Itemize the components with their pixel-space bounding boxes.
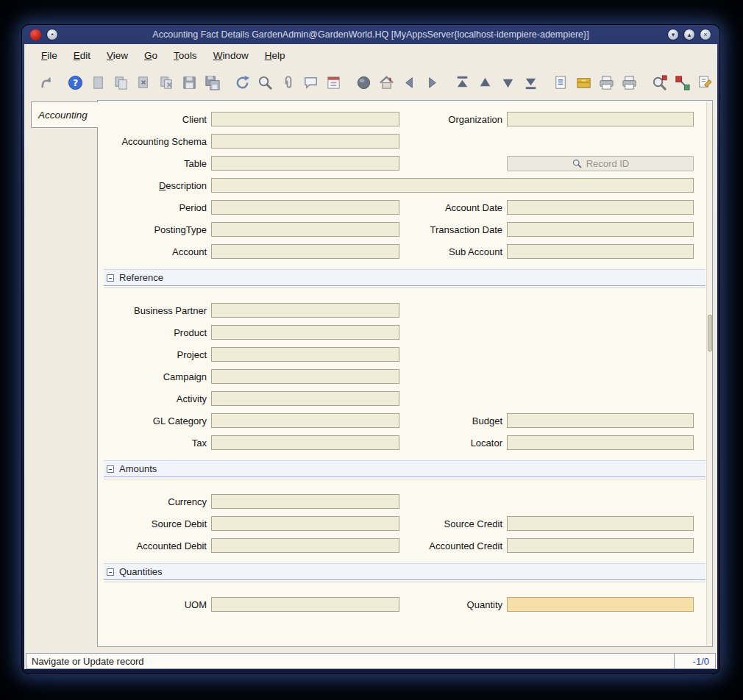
menu-go[interactable]: Go — [136, 47, 166, 64]
accounted-credit-label: Accounted Credit — [399, 540, 507, 551]
uom-label: UOM — [104, 599, 211, 610]
content-area: Accounting Client Organization Accountin… — [24, 99, 717, 651]
scrollbar-thumb[interactable] — [708, 315, 712, 351]
record-id-button[interactable]: Record ID — [507, 156, 694, 171]
account-field[interactable] — [211, 244, 399, 259]
transaction-date-field[interactable] — [507, 222, 694, 237]
project-field[interactable] — [211, 347, 399, 362]
minimize-button[interactable]: ▾ — [667, 29, 679, 40]
grid-toggle-button[interactable] — [353, 72, 374, 93]
currency-field[interactable] — [211, 494, 399, 509]
delete-record-button[interactable] — [133, 72, 154, 93]
source-credit-field[interactable] — [507, 516, 694, 531]
workflow-button[interactable] — [672, 72, 692, 93]
next-record-button[interactable] — [497, 72, 518, 93]
posting-type-field[interactable] — [211, 222, 399, 237]
maximize-button[interactable]: ▴ — [683, 29, 695, 40]
menu-help[interactable]: Help — [257, 47, 294, 64]
forward-icon — [424, 74, 441, 91]
source-credit-label: Source Credit — [399, 518, 507, 529]
chat-button[interactable] — [300, 72, 321, 93]
uom-field[interactable] — [211, 597, 399, 612]
project-label: Project — [104, 349, 211, 360]
save-button[interactable] — [179, 72, 199, 93]
close-button[interactable]: × — [700, 29, 711, 40]
window-menu-button[interactable]: • — [46, 29, 58, 40]
menu-window[interactable]: Window — [205, 47, 257, 64]
account-label: Account — [104, 246, 211, 257]
chat-icon — [302, 74, 319, 91]
business-partner-field[interactable] — [211, 303, 399, 318]
find-icon — [257, 74, 274, 91]
tab-accounting[interactable]: Accounting — [31, 101, 98, 128]
delete-selection-button[interactable] — [156, 72, 177, 93]
title-bar[interactable]: Accounting Fact Details GardenAdmin@Gard… — [24, 25, 717, 44]
quantity-field[interactable] — [507, 597, 694, 612]
print-preview-button[interactable] — [619, 72, 639, 93]
menu-tools[interactable]: Tools — [166, 47, 205, 64]
print-button[interactable] — [596, 72, 616, 93]
source-debit-field[interactable] — [211, 516, 399, 531]
menu-edit[interactable]: Edit — [65, 47, 99, 64]
home-button[interactable] — [376, 72, 397, 93]
save-create-new-button[interactable] — [202, 72, 222, 93]
accounted-debit-field[interactable] — [211, 538, 399, 553]
collapse-quantities-icon[interactable] — [107, 568, 114, 576]
check-requests-icon — [697, 74, 714, 91]
first-record-button[interactable] — [452, 72, 472, 93]
last-record-button[interactable] — [520, 72, 541, 93]
product-field[interactable] — [211, 325, 399, 340]
check-requests-button[interactable] — [694, 72, 715, 93]
record-id-zoom-icon — [572, 158, 583, 169]
locator-field[interactable] — [507, 435, 694, 450]
period-field[interactable] — [211, 200, 399, 215]
table-field[interactable] — [211, 156, 399, 171]
toolbar — [24, 66, 717, 99]
accounted-credit-field[interactable] — [507, 538, 694, 553]
menu-file[interactable]: File — [33, 47, 65, 64]
record-id-label: Record ID — [586, 158, 630, 169]
collapse-reference-icon[interactable] — [107, 274, 114, 282]
archive-button[interactable] — [573, 72, 594, 93]
tab-column: Accounting — [31, 100, 97, 651]
campaign-field[interactable] — [211, 369, 399, 384]
zoom-across-button[interactable] — [649, 72, 669, 93]
forward-button[interactable] — [422, 72, 442, 93]
delete-selection-icon — [158, 74, 175, 91]
sub-account-label: Sub Account — [399, 246, 507, 257]
vertical-scrollbar[interactable] — [706, 101, 712, 646]
client-label: Client — [104, 114, 211, 125]
report-button[interactable] — [550, 72, 571, 93]
copy-record-button[interactable] — [110, 72, 131, 93]
menu-view[interactable]: View — [99, 47, 136, 64]
tax-field[interactable] — [211, 435, 399, 450]
menu-bar: File Edit View Go Tools Window Help — [24, 44, 717, 66]
client-field[interactable] — [211, 112, 399, 126]
calendar-button[interactable] — [323, 72, 344, 93]
collapse-amounts-icon[interactable] — [107, 465, 114, 473]
new-record-button[interactable] — [88, 72, 108, 93]
back-button[interactable] — [399, 72, 419, 93]
account-date-field[interactable] — [507, 200, 694, 215]
product-label: Product — [104, 327, 211, 338]
sub-account-field[interactable] — [507, 244, 694, 259]
undo-button[interactable] — [35, 72, 55, 93]
application-window: Accounting Fact Details GardenAdmin@Gard… — [22, 25, 719, 674]
description-field[interactable] — [211, 178, 694, 193]
print-icon — [598, 74, 615, 91]
help-button[interactable] — [65, 72, 85, 93]
help-icon — [67, 74, 84, 91]
previous-record-button[interactable] — [474, 72, 495, 93]
gl-category-field[interactable] — [211, 413, 399, 428]
save-icon — [181, 74, 198, 91]
accounting-schema-field[interactable] — [211, 134, 399, 149]
table-label: Table — [104, 158, 211, 169]
activity-field[interactable] — [211, 391, 399, 406]
attachment-button[interactable] — [277, 72, 298, 93]
report-icon — [552, 74, 569, 91]
budget-field[interactable] — [507, 413, 694, 428]
find-button[interactable] — [255, 72, 275, 93]
refresh-button[interactable] — [232, 72, 252, 93]
posting-type-label: PostingType — [104, 224, 211, 235]
organization-field[interactable] — [507, 112, 694, 126]
